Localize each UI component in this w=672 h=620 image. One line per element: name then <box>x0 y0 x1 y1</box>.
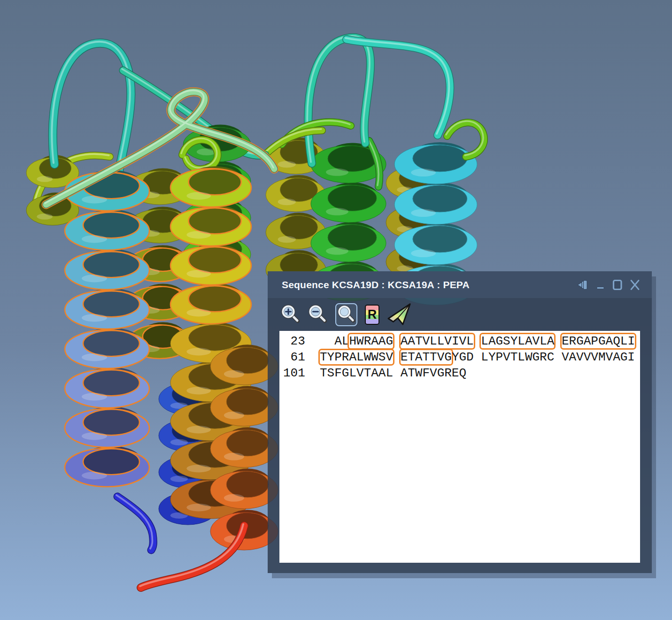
zoom-out-icon <box>308 305 328 324</box>
zoom-in-icon <box>281 305 301 324</box>
magnify-button[interactable] <box>335 303 357 326</box>
sequence-segment-selected[interactable]: ETATTVG <box>401 350 452 364</box>
sequence-window: Sequence KCSA19D : KCSA19A : PEPA <box>268 271 652 573</box>
sequence-segment-selected[interactable]: ERGAPGAQLI <box>562 334 635 348</box>
sequence-segment[interactable] <box>393 334 401 348</box>
sequence-segment-selected[interactable]: HWRAAG <box>349 334 393 348</box>
sequence-segment[interactable]: YGD LYPVTLWGRC VAVVVMVAGI <box>452 350 635 364</box>
maximize-icon <box>612 279 623 291</box>
sequence-toolbar: R <box>281 302 412 327</box>
magnify-icon <box>337 305 356 324</box>
sequence-line: 23 ALHWRAAG AATVLLVIVL LAGSYLAVLA ERGAPG… <box>283 333 640 349</box>
sequence-lines: 23 ALHWRAAG AATVLLVIVL LAGSYLAVLA ERGAPG… <box>279 331 640 381</box>
maximize-button[interactable] <box>612 279 623 291</box>
protein-subunit-left <box>26 42 278 588</box>
viewport-3d[interactable]: Sequence KCSA19D : KCSA19A : PEPA <box>0 0 672 620</box>
sequence-segment-selected[interactable]: TYPRALWWSV <box>320 350 393 364</box>
sequence-segment[interactable] <box>393 350 401 364</box>
close-icon <box>629 279 641 291</box>
send-arrow-icon <box>387 302 412 327</box>
sequence-text-area[interactable]: 23 ALHWRAAG AATVLLVIVL LAGSYLAVLA ERGAPG… <box>279 331 640 563</box>
sequence-segment[interactable]: AL <box>320 334 349 348</box>
pin-icon <box>577 279 589 291</box>
sequence-window-titlebar[interactable]: Sequence KCSA19D : KCSA19A : PEPA <box>268 271 652 298</box>
residue-number: 101 <box>283 366 320 380</box>
sequence-segment[interactable] <box>554 334 562 348</box>
minimize-button[interactable] <box>595 279 606 291</box>
residue-colors-button[interactable]: R <box>365 305 379 325</box>
residue-number: 23 <box>283 334 320 348</box>
zoom-out-button[interactable] <box>308 305 328 324</box>
residue-number: 61 <box>283 350 320 364</box>
sequence-line: 101 TSFGLVTAAL ATWFVGREQ <box>283 365 640 381</box>
send-sequence-button[interactable] <box>387 302 412 327</box>
protein-subunit-right <box>263 36 484 305</box>
sequence-segment[interactable] <box>474 334 481 348</box>
window-title: Sequence KCSA19D : KCSA19A : PEPA <box>282 279 577 291</box>
pin-button[interactable] <box>577 279 589 291</box>
sequence-segment-selected[interactable]: LAGSYLAVLA <box>481 334 554 348</box>
sequence-line: 61 TYPRALWWSV ETATTVGYGD LYPVTLWGRC VAVV… <box>283 349 640 365</box>
zoom-in-button[interactable] <box>281 305 301 324</box>
sequence-segment-selected[interactable]: AATVLLVIVL <box>401 334 474 348</box>
window-controls <box>577 279 641 291</box>
sequence-segment[interactable]: TSFGLVTAAL ATWFVGREQ <box>320 366 466 380</box>
close-button[interactable] <box>629 279 641 291</box>
minimize-icon <box>595 279 606 291</box>
